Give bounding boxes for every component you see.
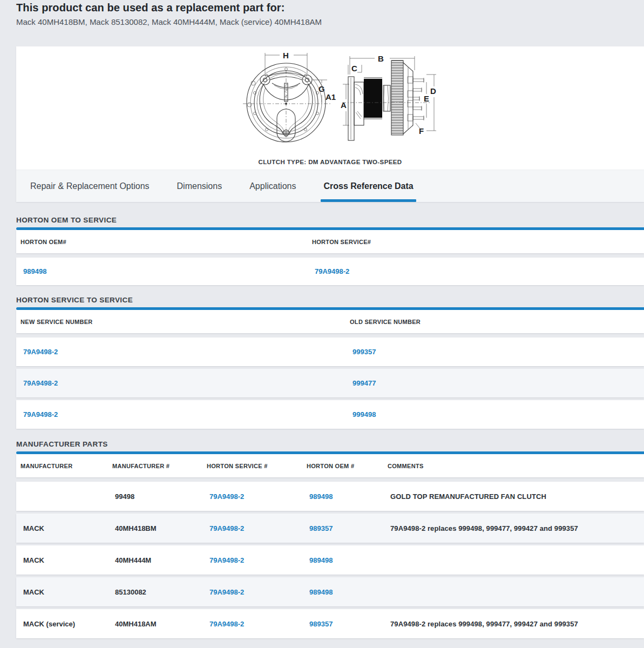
part-link-service[interactable]: 79A9498-2 xyxy=(315,267,349,275)
table-header-row: NEW SERVICE NUMBER OLD SERVICE NUMBER xyxy=(16,310,644,333)
fan-clutch-technical-drawing-icon: H G A1 A xyxy=(236,49,444,147)
table-row: MACK (service) 40MH418AM 79A9498-2 98935… xyxy=(16,609,644,638)
column-header-horton-service-number: HORTON SERVICE # xyxy=(202,463,302,469)
dim-label-h: H xyxy=(283,51,289,60)
table-header-row: HORTON OEM# HORTON SERVICE# xyxy=(16,230,644,253)
page-title: This product can be used as a replacemen… xyxy=(16,1,644,14)
part-link-new-service[interactable]: 79A9498-2 xyxy=(23,410,58,418)
dim-label-f: F xyxy=(419,126,424,136)
part-link-horton-oem[interactable]: 989357 xyxy=(309,620,333,628)
column-header-comments: COMMENTS xyxy=(383,463,644,469)
section-heading-manufacturer-parts: MANUFACTURER PARTS xyxy=(16,441,644,448)
column-header-horton-oem: HORTON OEM# xyxy=(16,239,308,245)
clutch-type-caption: CLUTCH TYPE: DM ADVANTAGE TWO-SPEED xyxy=(16,159,644,165)
column-header-manufacturer: MANUFACTURER xyxy=(16,463,108,469)
column-header-horton-oem-number: HORTON OEM # xyxy=(302,463,383,469)
table-row: 99498 79A9498-2 989498 GOLD TOP REMANUFA… xyxy=(16,482,644,511)
cell-manufacturer: MACK xyxy=(16,524,108,532)
part-link-old-service[interactable]: 999357 xyxy=(352,348,376,356)
part-link-horton-service[interactable]: 79A9498-2 xyxy=(209,492,244,501)
cell-comments: 79A9498-2 replaces 999498, 999477, 99942… xyxy=(383,620,644,628)
table-row: 79A9498-2 999477 xyxy=(16,369,644,397)
table-row: 79A9498-2 999498 xyxy=(16,400,644,429)
section-heading-oem-to-service: HORTON OEM TO SERVICE xyxy=(16,217,644,224)
tab-repair-replacement-options[interactable]: Repair & Replacement Options xyxy=(30,170,150,202)
part-link-horton-service[interactable]: 79A9498-2 xyxy=(209,524,244,532)
cell-manufacturer-number: 99498 xyxy=(108,492,202,501)
page-header: This product can be used as a replacemen… xyxy=(0,0,644,27)
cell-manufacturer: MACK (service) xyxy=(16,620,108,628)
table-row: MACK 85130082 79A9498-2 989498 xyxy=(16,577,644,606)
cell-manufacturer-number: 40MH418AM xyxy=(108,620,202,628)
manufacturer-parts-table: MANUFACTURER MANUFACTURER # HORTON SERVI… xyxy=(16,451,644,638)
tab-dimensions[interactable]: Dimensions xyxy=(177,170,222,202)
cell-manufacturer: MACK xyxy=(16,556,108,564)
product-panel: H G A1 A xyxy=(16,46,644,202)
column-header-horton-service: HORTON SERVICE# xyxy=(308,239,644,245)
replacement-parts-list: Mack 40MH418BM, Mack 85130082, Mack 40MH… xyxy=(16,17,644,27)
part-link-old-service[interactable]: 999498 xyxy=(352,410,376,418)
column-header-manufacturer-number: MANUFACTURER # xyxy=(108,463,202,469)
part-link-new-service[interactable]: 79A9498-2 xyxy=(23,348,58,356)
part-link-old-service[interactable]: 999477 xyxy=(352,379,376,387)
dim-label-d: D xyxy=(430,86,436,96)
part-link-horton-oem[interactable]: 989498 xyxy=(309,588,333,596)
dim-label-e: E xyxy=(424,94,429,103)
cell-comments: 79A9498-2 replaces 999498, 999477, 99942… xyxy=(383,524,644,532)
service-to-service-table: NEW SERVICE NUMBER OLD SERVICE NUMBER 79… xyxy=(16,307,644,429)
clutch-diagram-area: H G A1 A xyxy=(16,46,644,170)
dim-label-a1: A1 xyxy=(326,92,336,102)
tab-applications[interactable]: Applications xyxy=(249,170,296,202)
part-link-horton-oem[interactable]: 989498 xyxy=(309,556,333,564)
oem-to-service-table: HORTON OEM# HORTON SERVICE# 989498 79A94… xyxy=(16,227,644,285)
section-heading-service-to-service: HORTON SERVICE TO SERVICE xyxy=(16,296,644,304)
table-header-row: MANUFACTURER MANUFACTURER # HORTON SERVI… xyxy=(16,454,644,477)
column-header-new-service-number: NEW SERVICE NUMBER xyxy=(16,319,345,325)
part-link-horton-service[interactable]: 79A9498-2 xyxy=(209,620,244,628)
cell-manufacturer-number: 40MH418BM xyxy=(108,524,202,532)
part-link-horton-service[interactable]: 79A9498-2 xyxy=(209,556,244,564)
dim-label-g: G xyxy=(318,84,325,93)
table-row: 79A9498-2 999357 xyxy=(16,338,644,366)
part-link-new-service[interactable]: 79A9498-2 xyxy=(23,379,58,387)
table-row: 989498 79A9498-2 xyxy=(16,258,644,285)
table-row: MACK 40MH418BM 79A9498-2 989357 79A9498-… xyxy=(16,514,644,543)
part-link-horton-oem[interactable]: 989357 xyxy=(309,524,333,532)
tab-cross-reference-data[interactable]: Cross Reference Data xyxy=(323,170,413,202)
product-tab-bar: Repair & Replacement Options Dimensions … xyxy=(16,170,644,202)
dim-label-b: B xyxy=(378,54,384,63)
part-link-oem[interactable]: 989498 xyxy=(23,267,46,275)
dim-label-a: A xyxy=(341,100,347,110)
cell-manufacturer-number: 40MH444M xyxy=(108,556,202,564)
dim-label-c: C xyxy=(351,64,357,73)
part-link-horton-oem[interactable]: 989498 xyxy=(309,492,333,501)
cell-manufacturer: MACK xyxy=(16,588,108,596)
cell-comments: GOLD TOP REMANUFACTURED FAN CLUTCH xyxy=(383,492,644,501)
part-link-horton-service[interactable]: 79A9498-2 xyxy=(209,588,244,596)
cell-manufacturer-number: 85130082 xyxy=(108,588,202,596)
column-header-old-service-number: OLD SERVICE NUMBER xyxy=(345,319,644,325)
table-row: MACK 40MH444M 79A9498-2 989498 xyxy=(16,545,644,575)
